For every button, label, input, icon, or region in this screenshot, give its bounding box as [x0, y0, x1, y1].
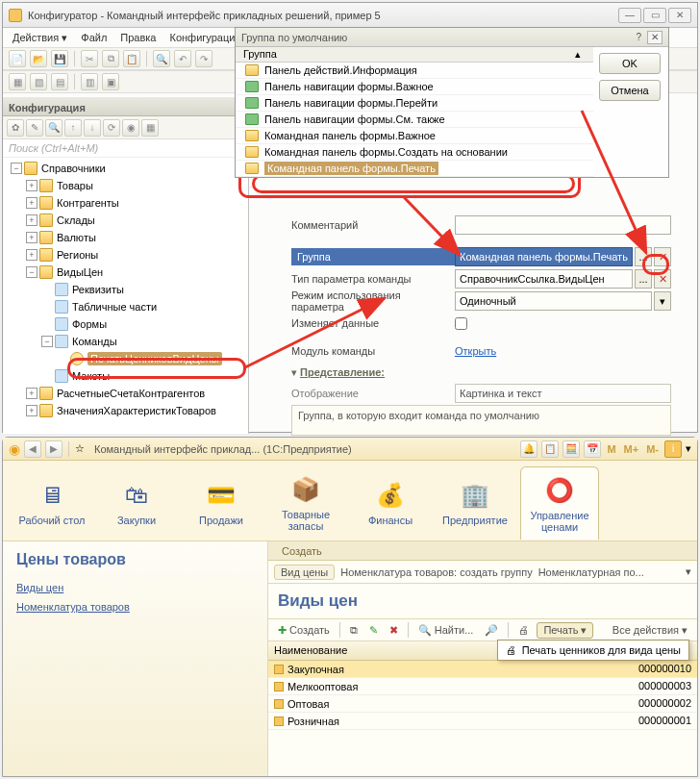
fwd-icon[interactable]: ▶ [45, 440, 62, 458]
tree-node[interactable]: +Регионы [3, 246, 248, 264]
section-tab-active[interactable]: ⭕Управление ценами [520, 466, 599, 540]
calc-icon[interactable]: 🧮 [562, 440, 580, 458]
list-item[interactable]: Панель навигации формы.Перейти [236, 95, 593, 112]
tool-icon[interactable]: ▦ [141, 119, 159, 137]
cancel-button[interactable]: Отмена [599, 80, 661, 101]
list-item[interactable]: Командная панель формы.Создать на основа… [236, 144, 593, 161]
nav-link[interactable]: Номенклатура товаров [16, 601, 254, 613]
search-input[interactable]: Поиск (Ctrl+Alt+M) [3, 139, 248, 158]
tb-icon[interactable]: ▦ [9, 73, 26, 90]
tree-node[interactable]: −Справочники [3, 160, 248, 177]
print-icon[interactable]: 🖨 [514, 623, 533, 637]
tb-icon[interactable]: ▧ [30, 73, 47, 90]
tb-icon[interactable]: ▥ [81, 73, 98, 90]
pill-button[interactable]: Номенклатура товаров: создать группу [340, 566, 532, 578]
tree-node[interactable]: Табличные части [3, 298, 248, 315]
section-tab[interactable]: 💳Продажи [182, 466, 261, 540]
tool-icon[interactable]: 🔍 [45, 119, 62, 137]
tree-node[interactable]: Макеты [3, 367, 248, 385]
paste-icon[interactable]: 📋 [123, 50, 140, 67]
tree-node[interactable]: +Склады [3, 212, 248, 229]
list-item[interactable]: Панель навигации формы.См. также [236, 112, 593, 128]
menu-config[interactable]: Конфигурация [169, 32, 240, 43]
m-plus-button[interactable]: M+ [624, 443, 639, 455]
all-actions-button[interactable]: Все действия ▾ [609, 623, 691, 638]
section-tab[interactable]: 🛍Закупки [97, 466, 176, 540]
tool-icon[interactable]: ✿ [7, 119, 24, 137]
table-row[interactable]: Розничная000000001 [268, 713, 697, 730]
print-menu-item[interactable]: 🖨 Печать ценников для вида цены [497, 640, 689, 661]
redo-icon[interactable]: ↷ [195, 50, 212, 67]
tree-node[interactable]: +Контрагенты [3, 194, 248, 212]
create-button[interactable]: ✚Создать [274, 623, 334, 638]
table-row[interactable]: Мелкооптовая000000003 [268, 678, 697, 695]
sub-tab[interactable]: Создать [274, 543, 330, 559]
tool-icon[interactable]: ⟳ [103, 119, 120, 137]
clear-button[interactable]: ✕ [654, 247, 671, 266]
menu-file[interactable]: Файл [81, 32, 107, 43]
open-icon[interactable]: 📂 [30, 50, 47, 67]
section-tab[interactable]: 🖥Рабочий стол [12, 466, 91, 540]
list-item-selected[interactable]: Командная панель формы.Печать [236, 161, 593, 177]
mode-select[interactable]: Одиночный [455, 291, 652, 311]
section-tab[interactable]: 📦Товарные запасы [266, 466, 345, 540]
tool-icon[interactable]: 📋 [541, 440, 559, 458]
menu-edit[interactable]: Правка [120, 32, 156, 43]
table-row[interactable]: Оптовая000000002 [268, 695, 697, 713]
table-row[interactable]: Закупочная000000010 [268, 661, 697, 678]
popup-close-button[interactable]: ✕ [647, 31, 662, 44]
section-tab[interactable]: 🏢Предприятие [436, 466, 514, 540]
calendar-icon[interactable]: 📅 [584, 440, 601, 458]
pill-button[interactable]: Номенклатурная по... [538, 566, 644, 578]
tree-node-selected[interactable]: ПечатьЦенниковВидЦены [3, 350, 248, 367]
cut-icon[interactable]: ✂ [81, 50, 98, 67]
info-icon[interactable]: i [664, 440, 682, 458]
clear-find-icon[interactable]: 🔎 [481, 623, 502, 638]
tree-node[interactable]: +РасчетныеСчетаКонтрагентов [3, 385, 248, 402]
copy-icon[interactable]: ⧉ [346, 623, 362, 638]
tool-icon[interactable]: ✎ [26, 119, 43, 137]
delete-icon[interactable]: ✖ [386, 623, 402, 638]
m-button[interactable]: M [607, 443, 615, 455]
ok-button[interactable]: OK [599, 53, 661, 74]
tool-icon[interactable]: ↓ [84, 119, 101, 137]
ellipsis-button[interactable]: ... [635, 247, 652, 266]
tree-node[interactable]: −ВидыЦен [3, 264, 248, 281]
undo-icon[interactable]: ↶ [174, 50, 191, 67]
copy-icon[interactable]: ⧉ [102, 50, 119, 67]
find-button[interactable]: 🔍 Найти... [414, 623, 478, 638]
group-value[interactable]: Командная панель формы.Печать [455, 247, 633, 266]
section-tab[interactable]: 💰Финансы [351, 466, 430, 540]
pill-button[interactable]: Вид цены [274, 565, 335, 580]
list-item[interactable]: Панель действий.Информация [236, 63, 593, 79]
print-dropdown[interactable]: Печать ▾ [537, 622, 593, 639]
tool-icon[interactable]: ◉ [122, 119, 139, 137]
list-item[interactable]: Командная панель формы.Важное [236, 128, 593, 144]
tree-node[interactable]: Формы [3, 315, 248, 333]
tb-icon[interactable]: ▣ [102, 73, 119, 90]
edit-icon[interactable]: ✎ [365, 623, 382, 638]
tree-node[interactable]: +ЗначенияХарактеристикТоваров [3, 402, 248, 419]
changes-checkbox[interactable] [455, 317, 467, 330]
close-button[interactable]: ✕ [668, 8, 691, 23]
back-icon[interactable]: ◀ [24, 440, 41, 458]
tree-node[interactable]: +Валюты [3, 229, 248, 246]
tree-node[interactable]: Реквизиты [3, 281, 248, 298]
nav-link[interactable]: Виды цен [16, 582, 254, 593]
tree-node[interactable]: −Команды [3, 333, 248, 350]
comment-input[interactable] [455, 215, 671, 235]
dropdown-button[interactable]: ▾ [654, 291, 671, 311]
new-icon[interactable]: 📄 [9, 50, 26, 67]
tool-icon[interactable]: 🔔 [520, 440, 538, 458]
minimize-button[interactable]: — [618, 8, 641, 23]
list-item[interactable]: Панель навигации формы.Важное [236, 79, 593, 95]
maximize-button[interactable]: ▭ [643, 8, 666, 23]
save-icon[interactable]: 💾 [51, 50, 68, 67]
tb-icon[interactable]: ▤ [51, 73, 68, 90]
menu-actions[interactable]: Действия ▾ [12, 32, 67, 44]
tree-node[interactable]: +Товары [3, 177, 248, 194]
m-minus-button[interactable]: M- [646, 443, 659, 455]
ellipsis-button[interactable]: ... [635, 269, 652, 289]
star-icon[interactable]: ☆ [75, 442, 85, 455]
open-module-link[interactable]: Открыть [455, 345, 496, 357]
